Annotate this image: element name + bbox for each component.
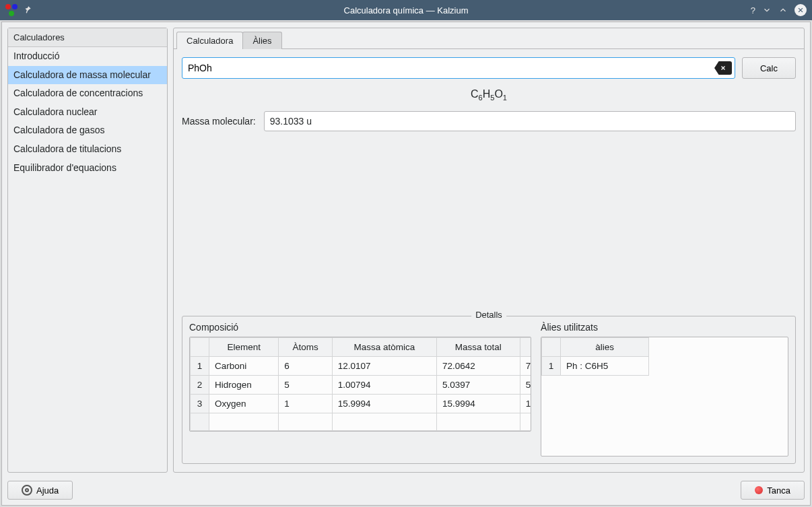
tab-alies[interactable]: Àlies bbox=[242, 32, 281, 49]
maximize-icon[interactable] bbox=[778, 5, 788, 15]
col-alias[interactable]: àlies bbox=[561, 338, 649, 357]
calculators-panel: Calculadores Introducció Calculadora de … bbox=[7, 28, 168, 473]
col-total-mass[interactable]: Massa total bbox=[436, 338, 520, 357]
mass-value-field[interactable]: 93.1033 u bbox=[264, 111, 796, 131]
composition-table-wrap[interactable]: Element Àtoms Massa atòmica Massa total … bbox=[189, 337, 531, 432]
formula-input[interactable] bbox=[188, 63, 714, 73]
col-atomic-mass[interactable]: Massa atòmica bbox=[332, 338, 436, 357]
col-element[interactable]: Element bbox=[209, 338, 279, 357]
table-row[interactable]: 1 Carboni 6 12.0107 72.0642 77.4024 bbox=[191, 357, 532, 376]
sidebar-item-equacions[interactable]: Equilibrador d'equacions bbox=[8, 159, 167, 178]
close-icon[interactable] bbox=[794, 4, 807, 16]
table-row[interactable]: 1 Ph : C6H5 bbox=[542, 357, 649, 376]
clear-input-icon[interactable] bbox=[714, 61, 732, 75]
mass-label: Massa molecular: bbox=[182, 116, 256, 127]
sidebar-item-massa-molecular[interactable]: Calculadora de massa molecular bbox=[8, 66, 167, 85]
sidebar-item-concentracions[interactable]: Calculadora de concentracions bbox=[8, 84, 167, 103]
details-title: Detalls bbox=[471, 310, 506, 320]
tabs-frame: Calculadora Àlies Calc C6H bbox=[173, 28, 805, 473]
pin-icon[interactable] bbox=[23, 5, 32, 16]
sidebar-item-gasos[interactable]: Calculadora de gasos bbox=[8, 121, 167, 140]
col-atoms[interactable]: Àtoms bbox=[279, 338, 333, 357]
expanded-formula: C6H5O1 bbox=[182, 86, 796, 104]
tab-calculadora[interactable]: Calculadora bbox=[176, 32, 243, 49]
help-ring-icon bbox=[22, 485, 32, 496]
composition-label: Composició bbox=[189, 322, 531, 333]
calculators-header: Calculadores bbox=[8, 28, 167, 47]
table-row[interactable]: 2 Hidrogen 5 1.00794 5.0397 5.41302 bbox=[191, 376, 532, 395]
calc-button[interactable]: Calc bbox=[742, 57, 796, 79]
composition-table: Element Àtoms Massa atòmica Massa total … bbox=[190, 337, 531, 431]
dialog-footer: Ajuda Tanca bbox=[7, 478, 805, 500]
help-icon[interactable]: ? bbox=[751, 5, 755, 15]
details-group: Detalls Composició Element Àtoms bbox=[182, 316, 796, 464]
close-dot-icon bbox=[755, 486, 763, 494]
calculators-list: Introducció Calculadora de massa molecul… bbox=[8, 47, 167, 177]
formula-input-wrap[interactable] bbox=[182, 57, 735, 79]
sidebar-item-introduccio[interactable]: Introducció bbox=[8, 47, 167, 66]
close-button[interactable]: Tanca bbox=[741, 481, 805, 500]
aliases-label: Àlies utilitzats bbox=[541, 322, 788, 333]
sidebar-item-nuclear[interactable]: Calculadora nuclear bbox=[8, 103, 167, 122]
titlebar: Calculadora química — Kalzium ? bbox=[0, 0, 812, 20]
sidebar-item-titulacions[interactable]: Calculadora de titulacions bbox=[8, 140, 167, 159]
aliases-table-wrap[interactable]: àlies 1 Ph : C6H5 bbox=[541, 337, 788, 457]
minimize-icon[interactable] bbox=[762, 5, 772, 15]
table-row bbox=[191, 413, 532, 431]
col-percent[interactable]: Percentatge bbox=[520, 338, 531, 357]
help-button[interactable]: Ajuda bbox=[7, 481, 73, 500]
aliases-table: àlies 1 Ph : C6H5 bbox=[541, 337, 649, 376]
table-row[interactable]: 3 Oxygen 1 15.9994 15.9994 17.1846 bbox=[191, 395, 532, 413]
app-icon bbox=[5, 4, 18, 16]
window-title: Calculadora química — Kalzium bbox=[0, 5, 812, 15]
